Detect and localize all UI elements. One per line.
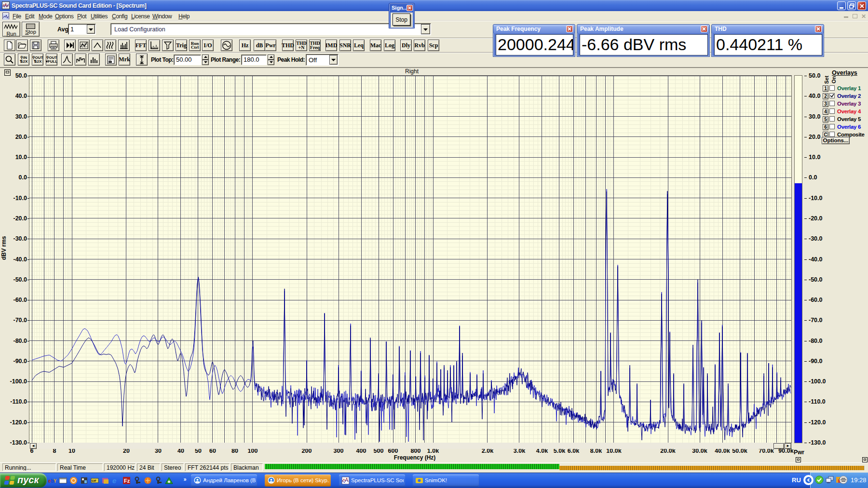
svg-text:Fz: Fz xyxy=(124,478,130,484)
svg-text:Y: Y xyxy=(54,478,56,484)
svg-text:e: e xyxy=(112,476,116,485)
svg-text:GIF: GIF xyxy=(92,479,96,482)
